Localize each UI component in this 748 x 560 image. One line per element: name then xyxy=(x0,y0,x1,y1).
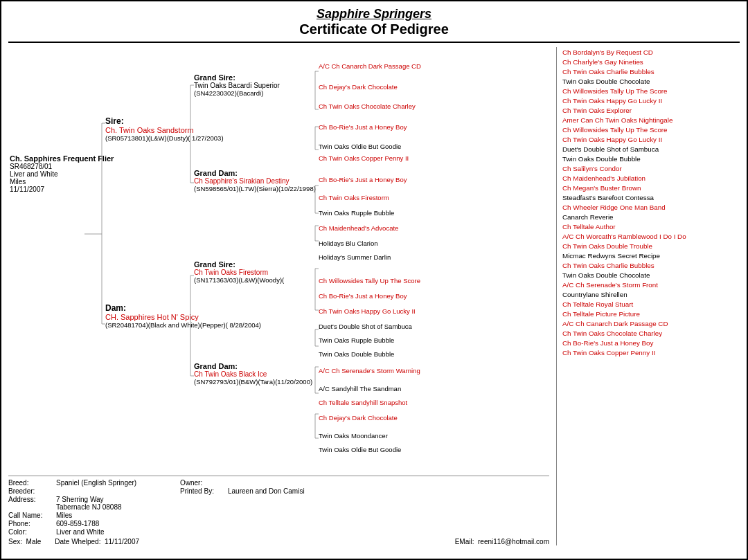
sgd-name: Ch Sapphire's Sirakian Destiny xyxy=(194,177,316,185)
sire-role: Sire: xyxy=(105,116,224,126)
dgs-detail: (SN171363/03)(L&W)(Woody)( xyxy=(194,276,284,284)
gen3-dgs3: Ch Twin Oaks Happy Go Lucky II xyxy=(319,307,416,315)
sgs-name: Twin Oaks Bacardi Superior xyxy=(194,82,280,89)
gen3-dgd6: Twin Oaks Oldie But Goodie xyxy=(319,446,401,453)
right-col-entry-17: Canarch Reverie xyxy=(562,213,740,221)
right-col-entry-2: Ch Twin Oaks Charlie Bubbles xyxy=(562,68,740,75)
right-col-entry-21: Micmac Redwyns Secret Recipe xyxy=(562,252,740,260)
dgs-name: Ch Twin Oaks Firestorm xyxy=(194,269,284,276)
gen3-dgd2: A/C Sandyhill The Sandman xyxy=(319,385,401,392)
right-col-entry-24: A/C Ch Serenade's Storm Front xyxy=(562,281,740,289)
sex-value: Male xyxy=(26,538,42,545)
gen3-dgd3: Ch Telltale Sandyhill Snapshot xyxy=(319,399,407,406)
title-line1: Sapphire Springers xyxy=(8,7,740,21)
gen3-dgs5: Twin Oaks Rupple Bubble xyxy=(319,336,394,344)
owner-value xyxy=(228,479,353,487)
printed-value: Laureen and Don Camisi xyxy=(228,487,353,495)
dam-role: Dam: xyxy=(105,303,261,313)
gen3-dgs1: Ch Willowsides Tally Up The Score xyxy=(319,277,420,284)
gen3-sgd2: Twin Oaks Rupple Bubble xyxy=(319,209,394,217)
breed-label: Breed: xyxy=(8,479,53,487)
right-col-entry-20: Ch Twin Oaks Double Trouble xyxy=(562,242,740,250)
address-label: Address: xyxy=(8,496,53,511)
right-col-entry-7: Amer Can Ch Twin Oaks Nightingale xyxy=(562,116,740,124)
dgd-name: Ch Twin Oaks Black Ice xyxy=(194,370,312,378)
dam-detail: (SR20481704)(Black and White)(Pepper)( 8… xyxy=(105,321,261,329)
gen3-sgs6: Ch Twin Oaks Copper Penny II xyxy=(319,154,409,162)
gen3-sgd3: Ch Maidenhead's Advocate xyxy=(319,224,398,232)
right-col-entry-6: Ch Twin Oaks Explorer xyxy=(562,107,740,114)
gen3-sgs2: Ch Dejay's Dark Chocolate xyxy=(319,83,398,91)
gen3-dgd4: Ch Dejay's Dark Chocolate xyxy=(319,414,398,422)
subject-name: Ch. Sapphires Frequent Flier xyxy=(10,154,114,163)
right-col-entry-9: Ch Twin Oaks Happy Go Lucky II xyxy=(562,136,740,143)
gen3-sgd4: Holidays Blu Clarion xyxy=(319,240,378,247)
phone-label: Phone: xyxy=(8,520,53,527)
right-col-entry-27: Ch Telltale Picture Picture xyxy=(562,310,740,318)
right-col-entry-23: Twin Oaks Double Chocolate xyxy=(562,271,740,279)
gen3-sgd5: Holiday's Summer Darlin xyxy=(319,253,391,261)
right-col-entry-13: Ch Maidenhead's Jubilation xyxy=(562,174,740,182)
gen3-dgs2: Ch Bo-Rie's Just a Honey Boy xyxy=(319,292,407,300)
right-col-entry-12: Ch Salilyn's Condor xyxy=(562,165,740,172)
gen3-sgs3: Ch Twin Oaks Chocolate Charley xyxy=(319,102,416,110)
subject-info: Ch. Sapphires Frequent Flier SR468278/01… xyxy=(10,154,114,193)
right-col-entry-26: Ch Telltale Royal Stuart xyxy=(562,300,740,308)
color-label: Color: xyxy=(8,528,53,536)
right-col-entry-0: Ch Bordalyn's By Request CD xyxy=(562,48,740,56)
email-label: EMail: xyxy=(455,538,474,545)
breeder-value xyxy=(56,487,177,495)
breed-value: Spaniel (English Springer) xyxy=(56,479,177,487)
right-col-entry-25: Countrylane Shirellen xyxy=(562,291,740,298)
gen3-sgd1: Ch Twin Oaks Firestorm xyxy=(319,194,389,201)
right-col-entry-15: Steadfast's Barefoot Contessa xyxy=(562,194,740,201)
gen3-sgs5: Twin Oaks Oldie But Goodie xyxy=(319,143,401,150)
callname-value: Miles xyxy=(56,512,177,519)
address-value: 7 Sherring WayTabernacle NJ 08088 xyxy=(56,496,177,511)
right-col-entry-10: Duet's Double Shot of Sambuca xyxy=(562,145,740,153)
right-col-entry-8: Ch Willowsides Tally Up The Score xyxy=(562,126,740,134)
sgs-role: Grand Sire: xyxy=(194,73,280,82)
email-value: reeni116@hotmail.com xyxy=(478,538,549,545)
right-col-entry-11: Twin Oaks Double Bubble xyxy=(562,155,740,163)
gen3-sgs4: Ch Bo-Rie's Just a Honey Boy xyxy=(319,123,407,131)
gen3-sgs1: A/C Ch Canarch Dark Passage CD xyxy=(319,62,421,70)
right-col-entry-18: Ch Telltale Author xyxy=(562,223,740,231)
gen3-sgs7: Ch Bo-Rie's Just a Honey Boy xyxy=(319,176,407,183)
title-line2: Certificate Of Pedigree xyxy=(8,21,740,37)
dam-name: CH. Sapphires Hot N' Spicy xyxy=(105,313,261,321)
printed-label: Printed By: xyxy=(180,487,225,495)
dgd-role: Grand Dam: xyxy=(194,362,312,370)
dgd-detail: (SN792793/01)(B&W)(Tara)(11/20/2000) xyxy=(194,378,312,386)
right-col-entry-16: Ch Wheeler Ridge One Man Band xyxy=(562,204,740,211)
sex-label: Sex: xyxy=(8,538,22,545)
breeder-label: Breeder: xyxy=(8,487,53,495)
right-col-entry-31: Ch Twin Oaks Copper Penny II xyxy=(562,349,740,356)
sire-grandsire-block: Grand Sire: Twin Oaks Bacardi Superior (… xyxy=(194,73,280,97)
footer-section: Breed: Spaniel (English Springer) Owner:… xyxy=(8,476,549,545)
dam-grandsire-block: Grand Sire: Ch Twin Oaks Firestorm (SN17… xyxy=(194,260,284,284)
page: Sapphire Springers Certificate Of Pedigr… xyxy=(0,0,748,560)
sire-detail: (SR05713801)(L&W)(Dusty)( 1/27/2003) xyxy=(105,134,224,142)
sgd-detail: (SN598565/01)(L7W)(Sierra)(10/22/1998) xyxy=(194,185,316,192)
dgs-role: Grand Sire: xyxy=(194,260,284,269)
subject-dob: 11/11/2007 xyxy=(10,186,114,193)
color-value: Liver and White xyxy=(56,528,177,536)
gen3-dgs6: Twin Oaks Double Bubble xyxy=(319,350,394,358)
right-col-entry-19: A/C Ch Worcath's Ramblewood I Do I Do xyxy=(562,233,740,240)
gen3-dgd5: Twin Oaks Moondancer xyxy=(319,432,388,440)
phone-value: 609-859-1788 xyxy=(56,520,177,527)
right-col-entry-4: Ch Willowsides Tally Up The Score xyxy=(562,87,740,95)
right-col-entry-22: Ch Twin Oaks Charlie Bubbles xyxy=(562,262,740,269)
right-col-entry-14: Ch Megan's Buster Brown xyxy=(562,184,740,192)
subject-color: Liver and White xyxy=(10,170,114,178)
pedigree-area: Ch. Sapphires Frequent Flier SR468278/01… xyxy=(8,47,556,545)
sgs-detail: (SN42230302)(Bacardi) xyxy=(194,89,280,97)
right-col-entry-28: A/C Ch Canarch Dark Passage CD xyxy=(562,320,740,327)
right-col-entry-3: Twin Oaks Double Chocolate xyxy=(562,78,740,85)
callname-label: Call Name: xyxy=(8,512,53,519)
subject-callname: Miles xyxy=(10,178,114,186)
whelped-label: Date Whelped: xyxy=(55,538,100,545)
sgd-role: Grand Dam: xyxy=(194,169,316,177)
gen3-dgd1: A/C Ch Serenade's Storm Warning xyxy=(319,367,420,374)
